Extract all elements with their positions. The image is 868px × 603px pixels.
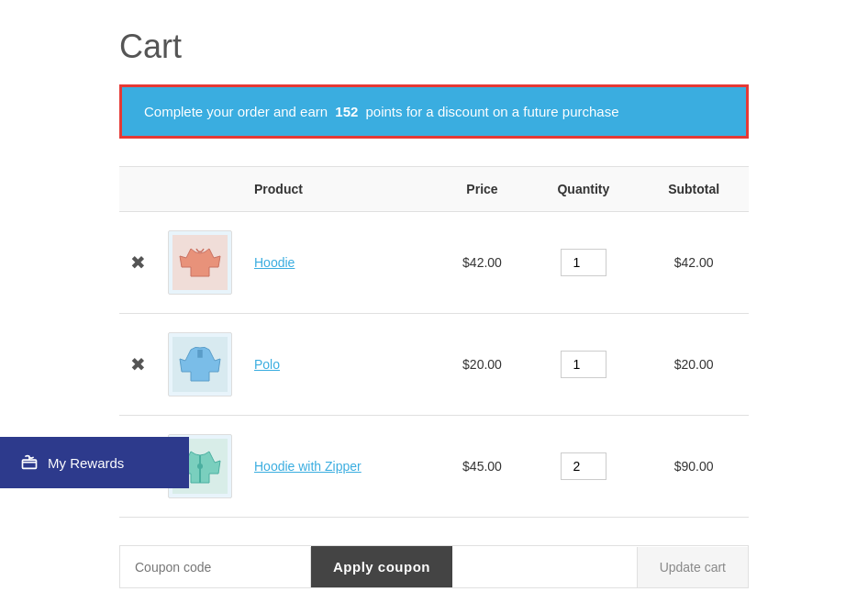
product-image [168,230,232,295]
product-subtotal: $90.00 [639,416,749,518]
product-name-link[interactable]: Hoodie [254,255,295,270]
product-image [168,332,232,396]
col-remove [119,167,157,212]
update-cart-button[interactable]: Update cart [637,547,748,587]
product-price: $20.00 [437,314,529,416]
col-img [157,167,243,212]
cart-table: Product Price Quantity Subtotal ✖ Hoodie… [119,166,749,518]
col-qty-header: Quantity [528,167,639,212]
col-price-header: Price [437,167,529,212]
quantity-input[interactable] [561,452,606,480]
table-row: ✖ Hoodie $42.00 $42.00 [119,212,749,314]
col-product-header: Product [243,167,437,212]
quantity-input[interactable] [561,351,606,378]
promo-suffix: points for a discount on a future purcha… [366,104,619,119]
promo-banner: Complete your order and earn 152 points … [119,84,749,139]
product-name-link[interactable]: Hoodie with Zipper [254,459,362,474]
table-row: ✖ Hoodie with Zipper $45.00 $90.00 [119,416,749,518]
promo-prefix: Complete your order and earn [144,104,328,119]
my-rewards-label: My Rewards [48,455,124,471]
col-subtotal-header: Subtotal [639,167,749,212]
product-subtotal: $42.00 [639,212,749,314]
product-subtotal: $20.00 [639,314,749,416]
remove-item-button[interactable]: ✖ [130,252,146,273]
apply-coupon-button[interactable]: Apply coupon [311,546,452,587]
cart-bottom-bar: Apply coupon Update cart [119,545,749,588]
my-rewards-button[interactable]: My Rewards [0,437,189,488]
product-price: $45.00 [437,416,529,518]
quantity-input[interactable] [561,249,606,276]
table-row: ✖ Polo $20.00 $20.00 [119,314,749,416]
svg-rect-5 [23,460,37,468]
product-name-link[interactable]: Polo [254,357,280,372]
product-price: $42.00 [437,212,529,314]
remove-item-button[interactable]: ✖ [130,354,146,374]
page-title: Cart [119,28,749,66]
svg-point-4 [197,463,203,469]
rewards-icon [20,452,39,475]
coupon-input[interactable] [120,547,311,587]
promo-points: 152 [335,104,358,119]
